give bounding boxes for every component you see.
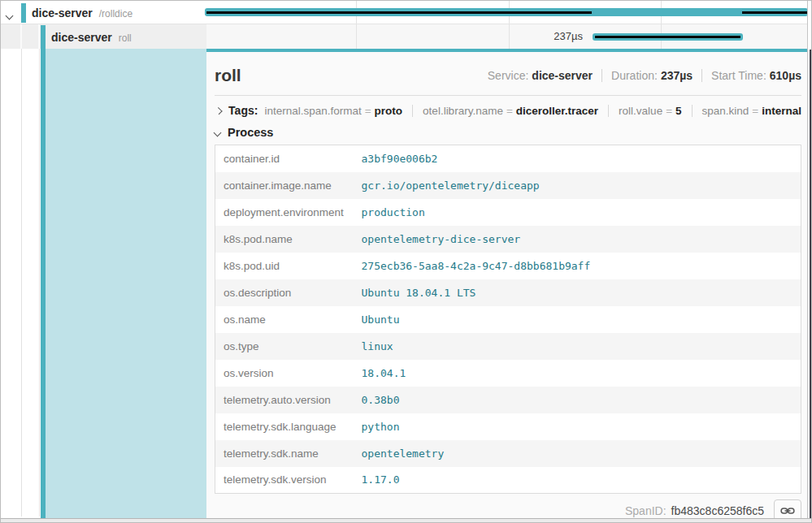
table-row: telemetry.sdk.language python: [215, 413, 801, 440]
bottom-scrollbar-track[interactable]: [1, 518, 812, 523]
span-duration-label: 237µs: [554, 30, 583, 42]
table-row: k8s.pod.uid 275ecb36-5aa8-4c2a-9c47-d8bb…: [215, 253, 801, 279]
attribute-key: k8s.pod.name: [215, 226, 355, 253]
tag-value: proto: [375, 105, 403, 117]
critical-path-segment: [206, 11, 592, 14]
attribute-key: os.type: [215, 333, 355, 360]
critical-path-segment: [742, 11, 808, 14]
tag-value: 5: [675, 105, 682, 117]
span-operation-name: roll: [119, 32, 132, 44]
attribute-key: os.version: [215, 360, 355, 387]
meta-item: Start Time:610µs: [701, 69, 801, 82]
tag-value: internal: [762, 105, 801, 117]
link-icon: [780, 505, 795, 517]
chevron-right-icon: [215, 106, 222, 114]
trace-detail-window: dice-server/rolldice dice-serverroll: [0, 0, 812, 523]
chevron-down-icon: [6, 12, 14, 20]
process-attributes-body: container.id a3bf90e006b2 container.imag…: [215, 145, 801, 494]
equals-sign: =: [666, 105, 672, 117]
meta-value: 610µs: [770, 69, 801, 82]
tags-summary: internal.span.format=proto otel.library.…: [264, 105, 801, 117]
table-row: os.version 18.04.1: [215, 360, 801, 387]
span-bar-rolldice[interactable]: [205, 8, 808, 16]
tag-key: otel.library.name: [423, 105, 503, 117]
table-row: telemetry.sdk.name opentelemetry: [215, 440, 801, 467]
table-row: os.description Ubuntu 18.04.1 LTS: [215, 279, 801, 306]
attribute-key: telemetry.auto.version: [215, 387, 355, 413]
meta-label: Service:: [488, 69, 529, 82]
chevron-down-icon: [214, 128, 222, 136]
table-row: k8s.pod.name opentelemetry-dice-server: [215, 226, 801, 253]
attribute-value: linux: [355, 333, 801, 360]
meta-item: Service:dice-server: [488, 69, 593, 82]
attribute-value: 1.17.0: [355, 467, 801, 494]
span-detail-panel: roll Service:dice-server Duration:237µs …: [206, 49, 808, 518]
meta-item: Duration:237µs: [601, 69, 693, 82]
span-row-roll[interactable]: dice-serverroll: [1, 24, 206, 49]
tag-key: internal.span.format: [264, 105, 361, 117]
table-row: telemetry.auto.version 0.38b0: [215, 387, 801, 413]
span-meta: Service:dice-server Duration:237µs Start…: [488, 69, 801, 82]
span-detail-header: roll Service:dice-server Duration:237µs …: [215, 63, 801, 89]
process-section-toggle[interactable]: Process: [215, 120, 801, 145]
equals-sign: =: [506, 105, 513, 117]
table-row: os.type linux: [215, 333, 801, 360]
timeline-row-rolldice[interactable]: [206, 1, 808, 24]
meta-value: 237µs: [661, 69, 693, 82]
equals-sign: =: [752, 105, 758, 117]
attribute-value: production: [355, 199, 801, 226]
equals-sign: =: [365, 105, 371, 117]
attribute-value: 0.38b0: [355, 387, 801, 413]
tag-item: internal.span.format=proto: [264, 105, 402, 117]
meta-label: Start Time:: [711, 69, 766, 82]
attribute-key: telemetry.sdk.name: [215, 440, 355, 467]
span-title: roll: [215, 66, 488, 85]
indent-guide: [21, 49, 22, 517]
tags-section-toggle[interactable]: Tags: internal.span.format=proto otel.li…: [215, 96, 801, 120]
indent-guide: [39, 49, 40, 517]
table-row: container.image.name gcr.io/opentelemetr…: [215, 172, 801, 199]
span-service-name: dice-server: [51, 31, 112, 44]
timeline: 237µs: [206, 1, 808, 49]
tag-key: roll.value: [619, 105, 662, 117]
span-id-label: SpanID:: [625, 504, 667, 517]
span-id-value: fb483c8c6258f6c5: [671, 504, 764, 517]
tag-item: otel.library.name=diceroller.tracer: [412, 105, 598, 117]
tag-item: roll.value=5: [608, 105, 681, 117]
attribute-value: gcr.io/opentelemetry/diceapp: [355, 172, 801, 199]
attribute-value: opentelemetry-dice-server: [355, 226, 801, 253]
attribute-value: python: [355, 413, 801, 440]
attribute-value: a3bf90e006b2: [355, 145, 801, 172]
attribute-value: Ubuntu 18.04.1 LTS: [355, 279, 801, 306]
attribute-key: deployment.environment: [215, 199, 355, 226]
span-color-accent: [21, 3, 26, 23]
tag-item: span.kind=internal: [692, 105, 801, 117]
attribute-key: k8s.pod.uid: [215, 253, 355, 279]
span-row-rolldice[interactable]: dice-server/rolldice: [1, 1, 206, 24]
span-operation-name: /rolldice: [99, 8, 132, 19]
attribute-value: 275ecb36-5aa8-4c2a-9c47-d8bb681b9aff: [355, 253, 801, 279]
span-bar-roll[interactable]: [593, 33, 743, 41]
collapse-chevron-icon[interactable]: [7, 7, 18, 19]
tag-value: diceroller.tracer: [516, 105, 598, 117]
critical-path-segment: [595, 36, 740, 38]
attribute-value: Ubuntu: [355, 306, 801, 333]
meta-label: Duration:: [611, 69, 658, 82]
process-attributes-table: container.id a3bf90e006b2 container.imag…: [215, 145, 801, 494]
meta-value: dice-server: [532, 69, 593, 82]
attribute-value: 18.04.1: [355, 360, 801, 387]
table-row: deployment.environment production: [215, 199, 801, 226]
panel-right-border: [807, 1, 808, 523]
attribute-key: telemetry.sdk.language: [215, 413, 355, 440]
scrollbar[interactable]: [810, 50, 811, 522]
timeline-row-roll[interactable]: 237µs: [206, 24, 808, 49]
attribute-key: telemetry.sdk.version: [215, 467, 355, 494]
table-row: os.name Ubuntu: [215, 306, 801, 333]
attribute-key: os.description: [215, 279, 355, 306]
table-row: telemetry.sdk.version 1.17.0: [215, 467, 801, 494]
selected-span-highlight: [46, 49, 206, 518]
attribute-key: os.name: [215, 306, 355, 333]
process-label: Process: [228, 126, 273, 139]
tag-key: span.kind: [702, 105, 749, 117]
tags-label: Tags:: [228, 104, 258, 117]
